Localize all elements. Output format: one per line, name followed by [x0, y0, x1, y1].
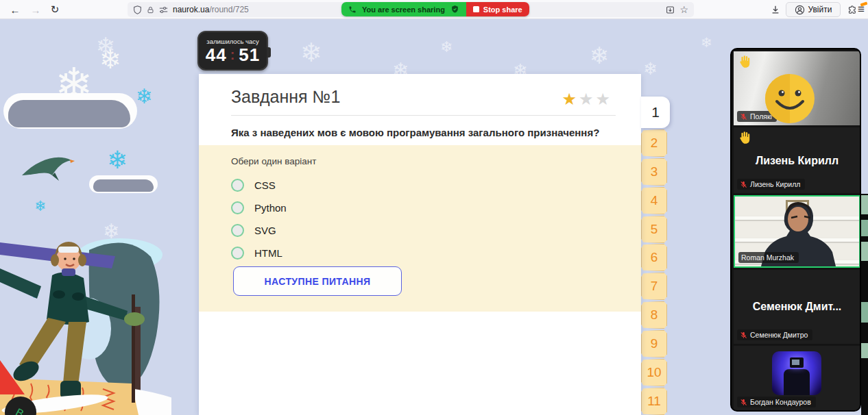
update-badge	[860, 2, 868, 7]
snowflake-icon: ❄	[99, 47, 121, 73]
snowflake-icon: ❄	[590, 44, 610, 67]
menu-icon[interactable]: ≡	[854, 0, 868, 19]
raised-hand-icon	[737, 130, 752, 145]
option-label: Python	[254, 202, 287, 214]
question-text: Яка з наведених мов є мовою програмуванн…	[231, 127, 599, 138]
question-tab-1[interactable]: 1	[641, 97, 670, 128]
participant-tile[interactable]: Семенюк Дмит... Семенюк Дмитро	[734, 270, 860, 344]
quiz-page-background: ❄ ❄ ❄ ❄ ❄ ❄ ❄ ❄ ❄ ❄ ❄ ❄ ❄ ❄ ❄ ❄ ❄	[0, 19, 868, 415]
participant-name: Лизень Кирилл	[750, 180, 800, 188]
question-tab-5[interactable]: 5	[641, 216, 667, 243]
participant-name: Roman Murzhak	[741, 253, 794, 262]
radio-button[interactable]	[231, 179, 244, 192]
winter-skier-illustration: B	[0, 226, 171, 415]
participant-name-chip: Богдан Кондауров	[737, 397, 816, 407]
star-filled-icon: ★	[562, 90, 579, 108]
star-empty-icon: ★	[595, 90, 612, 108]
option-label: CSS	[254, 179, 276, 191]
participant-name-chip: Семенюк Дмитро	[737, 329, 812, 340]
video-call-panel: Полякі Лизень Кирилл Лизень Кирилл	[730, 48, 861, 412]
stop-share-label: Stop share	[483, 5, 522, 14]
back-button[interactable]: ←	[5, 0, 25, 19]
shield-check-icon	[450, 5, 459, 14]
question-tab-10[interactable]: 10	[641, 359, 667, 386]
question-tab-4[interactable]: 4	[641, 187, 667, 214]
muted-mic-icon	[740, 113, 747, 121]
reload-button[interactable]: ↻	[45, 0, 64, 19]
option-label: HTML	[254, 247, 282, 259]
quiz-title: Завдання №1	[231, 87, 340, 107]
permissions-icon[interactable]	[159, 5, 168, 14]
quiz-card: Завдання №1 ★★★ Яка з наведених мов є мо…	[199, 74, 641, 415]
url-text: naurok.ua/round/725	[173, 5, 249, 14]
snowflake-icon: ❄	[136, 86, 153, 107]
question-tab-9[interactable]: 9	[641, 330, 667, 357]
downloads-icon[interactable]	[767, 0, 784, 19]
save-tray-icon[interactable]	[666, 5, 675, 14]
stop-icon	[473, 6, 479, 12]
star-empty-icon: ★	[579, 90, 596, 108]
screen-share-banner: You are screen sharing Stop share	[341, 2, 529, 16]
stop-share-button[interactable]: Stop share	[466, 2, 529, 16]
radio-button[interactable]	[231, 247, 244, 260]
snowflake-icon: ❄	[300, 40, 322, 66]
next-question-button[interactable]: НАСТУПНЕ ПИТАННЯ	[233, 266, 402, 296]
smiley-emoji-avatar	[764, 73, 815, 124]
screen: ← → ↻ naurok.ua/round/725 ☆ Увійти ≡	[0, 0, 868, 415]
timer-colon: :	[230, 48, 236, 62]
divider	[231, 115, 616, 116]
share-status: You are screen sharing	[341, 2, 466, 16]
participant-center-name: Семенюк Дмит...	[734, 301, 860, 313]
muted-mic-icon	[740, 331, 747, 339]
rock	[8, 100, 130, 127]
radio-button[interactable]	[231, 224, 244, 237]
option-python[interactable]: Python	[231, 197, 287, 219]
snowflake-icon: ❄	[440, 40, 453, 55]
forward-button[interactable]: →	[26, 0, 45, 19]
snowflake-icon: ❄	[107, 148, 128, 173]
question-tab-8[interactable]: 8	[641, 301, 667, 329]
muted-mic-icon	[740, 399, 747, 406]
countdown-timer: залишилось часу 44 : 51	[197, 31, 268, 71]
participant-center-name: Лизень Кирилл	[734, 155, 860, 167]
question-tab-3[interactable]: 3	[641, 158, 667, 186]
login-label: Увійти	[808, 5, 832, 14]
login-button[interactable]: Увійти	[786, 2, 841, 17]
option-css[interactable]: CSS	[231, 174, 276, 197]
question-tab-7[interactable]: 7	[641, 273, 667, 300]
participant-tile[interactable]: Богдан Кондауров	[734, 346, 860, 411]
options-block: Обери один варіант CSS Python SVG HTML	[199, 145, 641, 312]
participant-tile-active-speaker[interactable]: Roman Murzhak	[734, 195, 860, 268]
timer-minutes: 44	[206, 46, 227, 64]
participant-name-chip: Roman Murzhak	[738, 252, 799, 263]
option-svg[interactable]: SVG	[231, 219, 276, 242]
participant-tile[interactable]: Лизень Кирилл Лизень Кирилл	[734, 127, 860, 193]
question-tab-2[interactable]: 2	[641, 129, 667, 157]
snowflake-icon: ❄	[34, 199, 47, 213]
participant-tile[interactable]: Полякі	[734, 51, 860, 125]
choose-one-label: Обери один варіант	[231, 156, 316, 166]
background-window-sliver	[861, 194, 868, 415]
phone-icon	[348, 5, 357, 14]
bookmark-star-icon[interactable]: ☆	[679, 4, 688, 15]
snowflake-icon: ❄	[643, 60, 658, 77]
share-message: You are screen sharing	[362, 5, 445, 14]
shield-icon[interactable]	[133, 5, 142, 14]
muted-mic-icon	[740, 181, 747, 188]
question-tab-11[interactable]: 11	[641, 388, 667, 415]
participant-name: Богдан Кондауров	[750, 398, 811, 406]
question-tab-6[interactable]: 6	[641, 244, 667, 271]
lock-icon[interactable]	[147, 5, 154, 14]
raised-hand-icon	[737, 54, 752, 69]
participant-name: Семенюк Дмитро	[750, 331, 808, 339]
timer-seconds: 51	[239, 46, 260, 64]
difficulty-stars: ★★★	[562, 90, 612, 109]
option-label: SVG	[254, 225, 276, 236]
participant-avatar	[772, 351, 821, 395]
option-html[interactable]: HTML	[231, 242, 282, 264]
participant-name-chip: Лизень Кирилл	[737, 179, 805, 190]
rock	[93, 179, 154, 192]
snowflake-icon: ❄	[701, 36, 712, 49]
radio-button[interactable]	[231, 201, 244, 214]
account-icon	[795, 5, 805, 15]
